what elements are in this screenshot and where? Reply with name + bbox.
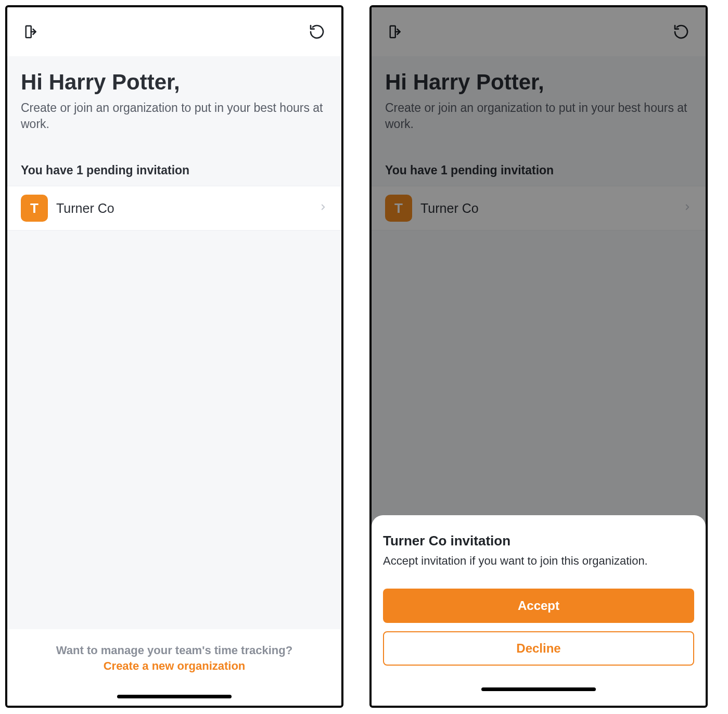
invitation-action-sheet: Turner Co invitation Accept invitation i… [372,515,706,706]
content-spacer [7,231,341,629]
greeting-title: Hi Harry Potter, [21,70,328,95]
phone-screen-invitation-sheet: Hi Harry Potter, Create or join an organ… [369,5,708,708]
greeting-subtitle: Create or join an organization to put in… [21,100,328,132]
chevron-right-icon [318,201,328,215]
phone-screen-invitations: Hi Harry Potter, Create or join an organ… [5,5,343,708]
decline-button[interactable]: Decline [383,631,694,666]
sheet-title: Turner Co invitation [383,533,694,549]
org-avatar: T [21,195,48,222]
footer-question: Want to manage your team's time tracking… [21,644,328,657]
pending-invitation-label: You have 1 pending invitation [7,137,341,186]
org-name-label: Turner Co [56,201,310,216]
home-indicator [481,687,596,691]
create-organization-link[interactable]: Create a new organization [21,659,328,673]
greeting-header: Hi Harry Potter, Create or join an organ… [7,56,341,137]
accept-button[interactable]: Accept [383,589,694,623]
home-indicator [117,695,232,698]
footer: Want to manage your team's time tracking… [7,629,341,706]
top-bar [7,7,341,56]
invitation-row-turner-co[interactable]: T Turner Co [7,186,341,231]
logout-icon[interactable] [22,22,42,42]
refresh-icon[interactable] [307,22,327,42]
sheet-description: Accept invitation if you want to join th… [383,554,694,568]
svg-rect-0 [26,26,31,38]
